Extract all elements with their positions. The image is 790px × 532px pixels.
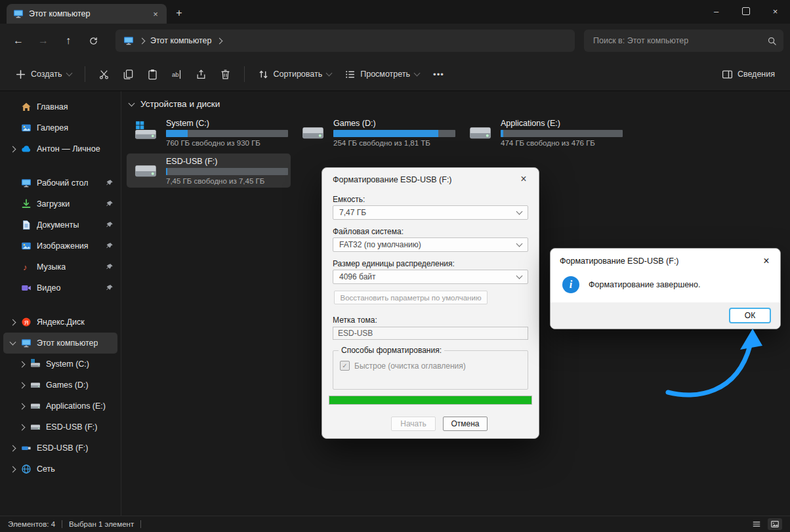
- new-button-label: Создать: [31, 70, 62, 79]
- new-button[interactable]: Создать: [9, 64, 77, 85]
- restore-defaults-button[interactable]: Восстановить параметры по умолчанию: [334, 291, 488, 304]
- section-title: Устройства и диски: [140, 99, 220, 109]
- sidebar-item-onedrive[interactable]: Антон — Личное: [3, 138, 117, 159]
- copy-button[interactable]: [117, 64, 140, 85]
- view-button-label: Просмотреть: [360, 70, 410, 79]
- quick-format-label: Быстрое (очистка оглавления): [354, 361, 466, 371]
- drive-tile-games-d[interactable]: Games (D:) 254 ГБ свободно из 1,81 ТБ: [294, 115, 458, 150]
- documents-icon: [21, 220, 31, 230]
- chevron-down-icon: [414, 70, 421, 77]
- sidebar-item-music[interactable]: Музыка: [3, 256, 117, 277]
- network-icon: [21, 464, 31, 474]
- allocation-unit-select[interactable]: 4096 байт: [333, 270, 528, 284]
- expander-chevron-icon[interactable]: [18, 382, 25, 388]
- sidebar-item-this-pc[interactable]: Этот компьютер: [3, 333, 117, 354]
- forward-button[interactable]: →: [31, 30, 55, 52]
- drive-tile-applications-e[interactable]: Applications (E:) 474 ГБ свободно из 476…: [461, 115, 625, 150]
- downloads-icon: [21, 199, 31, 209]
- sidebar-item-games-d[interactable]: Games (D:): [3, 375, 117, 396]
- computer-icon: [21, 338, 31, 348]
- share-button[interactable]: [190, 64, 213, 85]
- sort-button[interactable]: Сортировать: [252, 64, 338, 85]
- drive-tile-system-c[interactable]: System (C:) 760 ГБ свободно из 930 ГБ: [127, 115, 291, 150]
- view-button[interactable]: Просмотреть: [339, 64, 425, 85]
- capacity-select[interactable]: 7,47 ГБ: [333, 205, 528, 220]
- details-view-button[interactable]: [749, 518, 764, 530]
- large-icons-view-button[interactable]: [768, 518, 782, 530]
- sidebar-item-esd-usb-f[interactable]: ESD-USB (F:): [3, 417, 117, 438]
- view-icon: [344, 69, 356, 80]
- drive-tile-esd-usb-f[interactable]: ESD-USB (F:) 7,45 ГБ свободно из 7,45 ГБ: [127, 153, 291, 188]
- drive-icon: [30, 422, 41, 432]
- capacity-label: Емкость:: [333, 195, 365, 204]
- search-input[interactable]: [592, 35, 767, 46]
- sidebar-item-downloads[interactable]: Загрузки: [3, 194, 117, 215]
- devices-and-drives-header[interactable]: Устройства и диски: [127, 99, 790, 109]
- sidebar-item-home[interactable]: Главная: [3, 96, 117, 117]
- sidebar-item-documents[interactable]: Документы: [3, 215, 117, 235]
- tab-close-icon[interactable]: ×: [150, 8, 161, 20]
- expander-chevron-icon[interactable]: [9, 466, 16, 472]
- expander-chevron-icon[interactable]: [18, 361, 25, 367]
- cancel-button[interactable]: Отмена: [443, 417, 488, 431]
- explorer-tab[interactable]: Этот компьютер ×: [7, 4, 167, 24]
- window-controls: – ×: [701, 0, 790, 22]
- minimize-button[interactable]: –: [701, 0, 731, 22]
- volume-label-input[interactable]: [333, 327, 528, 340]
- sidebar-item-desktop[interactable]: Рабочий стол: [3, 173, 117, 194]
- maximize-button[interactable]: [731, 0, 760, 22]
- format-dialog: Форматирование ESD-USB (F:) × Емкость: 7…: [322, 167, 539, 439]
- sidebar-item-network[interactable]: Сеть: [3, 459, 117, 480]
- computer-icon: [123, 35, 134, 46]
- collapse-chevron-icon[interactable]: [129, 100, 135, 106]
- cut-button[interactable]: [93, 64, 115, 85]
- expander-chevron-icon[interactable]: [18, 403, 25, 409]
- complete-dialog-close-icon[interactable]: ×: [759, 254, 774, 268]
- refresh-button[interactable]: [81, 30, 105, 52]
- breadcrumb-chevron-icon[interactable]: [139, 37, 146, 44]
- sidebar-item-yandex-disk[interactable]: Яндекс.Диск: [3, 312, 117, 333]
- sort-button-label: Сортировать: [274, 70, 323, 79]
- expander-chevron-icon[interactable]: [18, 424, 25, 430]
- more-options-button[interactable]: •••: [426, 65, 451, 84]
- details-pane-button[interactable]: Сведения: [716, 64, 781, 85]
- breadcrumb-this-pc[interactable]: Этот компьютер: [150, 36, 211, 45]
- info-icon: i: [562, 276, 579, 293]
- selection-count: Выбран 1 элемент: [69, 520, 134, 528]
- yandex-disk-icon: [21, 317, 31, 327]
- sidebar-item-system-c[interactable]: System (C:): [3, 354, 117, 375]
- rename-button[interactable]: [165, 64, 188, 85]
- search-box[interactable]: [584, 30, 783, 52]
- toolbar-divider: [244, 66, 245, 82]
- checkbox-checked-icon[interactable]: ✓: [340, 361, 350, 371]
- pin-icon: [106, 284, 114, 292]
- up-button[interactable]: ↑: [56, 30, 80, 52]
- expander-chevron-icon[interactable]: [9, 445, 16, 451]
- quick-format-option[interactable]: ✓ Быстрое (очистка оглавления): [340, 361, 466, 371]
- sidebar-item-pictures[interactable]: Изображения: [3, 235, 117, 256]
- paste-button[interactable]: [141, 64, 164, 85]
- sidebar-item-esd-usb-root[interactable]: ESD-USB (F:): [3, 438, 117, 459]
- format-options-label: Способы форматирования:: [339, 346, 444, 355]
- delete-button[interactable]: [214, 64, 237, 85]
- sidebar-item-gallery[interactable]: Галерея: [3, 117, 117, 138]
- chevron-down-icon: [516, 209, 523, 215]
- chevron-down-icon: [516, 241, 523, 247]
- expander-chevron-icon[interactable]: [9, 319, 16, 325]
- expander-chevron-icon[interactable]: [9, 339, 16, 346]
- share-icon: [196, 69, 207, 80]
- new-tab-button[interactable]: +: [169, 4, 189, 22]
- format-dialog-close-icon[interactable]: ×: [516, 172, 531, 186]
- ok-button[interactable]: ОК: [729, 308, 771, 323]
- expander-chevron-icon[interactable]: [9, 146, 16, 152]
- sidebar-item-applications-e[interactable]: Applications (E:): [3, 396, 117, 417]
- breadcrumb-chevron-icon[interactable]: [217, 37, 223, 44]
- close-button[interactable]: ×: [760, 0, 790, 22]
- address-bar[interactable]: Этот компьютер: [115, 30, 575, 52]
- complete-message: Форматирование завершено.: [589, 280, 700, 289]
- start-button[interactable]: Начать: [391, 417, 436, 431]
- sidebar-item-videos[interactable]: Видео: [3, 277, 117, 298]
- filesystem-select[interactable]: FAT32 (по умолчанию): [333, 237, 528, 252]
- maximize-icon: [742, 7, 750, 15]
- back-button[interactable]: ←: [7, 30, 30, 52]
